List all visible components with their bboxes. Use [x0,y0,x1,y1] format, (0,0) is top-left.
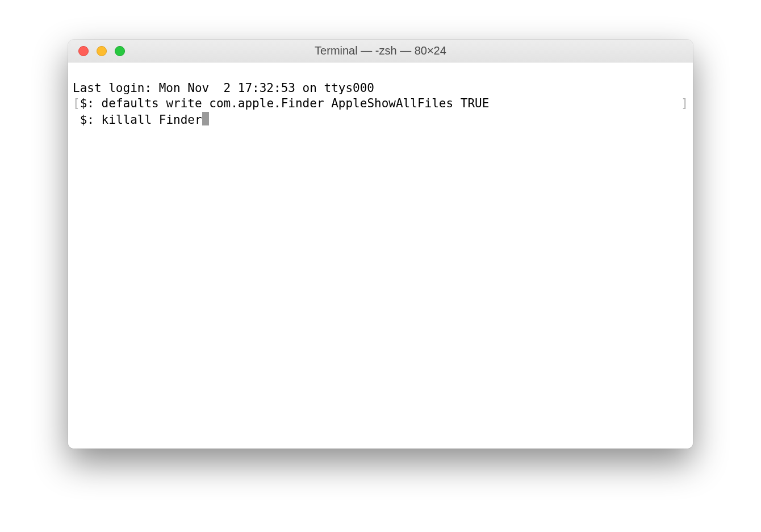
cursor-icon [202,112,209,125]
titlebar[interactable]: Terminal — -zsh — 80×24 [68,40,693,62]
close-button[interactable] [78,46,89,56]
terminal-line: $: killall Finder [73,112,688,128]
prompt: $: [80,97,102,110]
traffic-lights [68,46,125,56]
open-bracket-icon: [ [73,97,80,110]
last-login-text: Last login: Mon Nov 2 17:32:53 on ttys00… [73,81,374,95]
terminal-body[interactable]: Last login: Mon Nov 2 17:32:53 on ttys00… [68,62,693,449]
close-bracket-icon: ] [681,96,688,112]
command-text: defaults write com.apple.Finder AppleSho… [102,97,490,110]
maximize-button[interactable] [115,46,125,56]
minimize-button[interactable] [97,46,107,56]
command-text: killall Finder [102,113,202,127]
terminal-line: Last login: Mon Nov 2 17:32:53 on ttys00… [73,81,688,97]
prompt: $: [80,113,102,127]
window-title: Terminal — -zsh — 80×24 [68,44,693,57]
terminal-line: [$: defaults write com.apple.Finder Appl… [73,96,688,112]
terminal-window: Terminal — -zsh — 80×24 Last login: Mon … [68,40,693,449]
